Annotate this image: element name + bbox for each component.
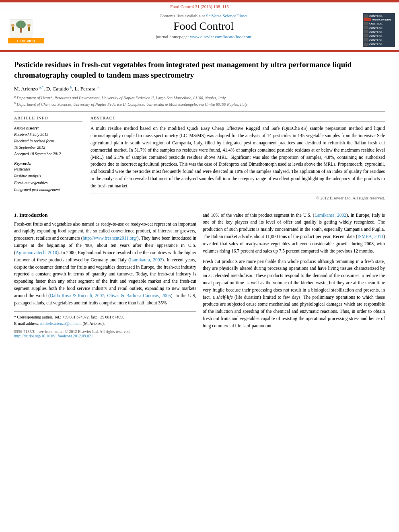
author-2: D. Cataldo b (46, 86, 72, 92)
issn-text: 0956-7135/$ – see front matter © 2012 El… (14, 329, 196, 334)
keywords-label: Keywords: (14, 161, 82, 166)
affiliation-b: b Department of Chemical Sciences, Unive… (14, 101, 385, 107)
affiliations: a Department of Hearth, Resources and En… (14, 94, 385, 108)
control-row-1: CONTROL (364, 14, 394, 18)
keyword-1: Pesticides (14, 166, 82, 173)
keyword-2: Residue analysis (14, 173, 82, 179)
keywords-list: Pesticides Residue analysis Fresh-cut ve… (14, 166, 82, 193)
page-wrapper: Food Control 31 (2013) 108–115 ELSEVIER (0, 0, 399, 532)
body-two-col: 1. Introduction Fresh-cut fruits and veg… (14, 207, 385, 339)
article-content: Pesticide residues in fresh-cut vegetabl… (0, 52, 399, 342)
sciverse-link[interactable]: SciVerse ScienceDirect (206, 13, 247, 18)
footnote-email: E-mail address: michele.arienzo@unina.it… (14, 320, 196, 327)
journal-info-bar: Food Control 31 (2013) 108–115 (0, 2, 399, 10)
freshcut-link[interactable]: http://www.freshcut2011.org/ (82, 236, 137, 240)
ismea-ref: ISMEA, 2011 (358, 234, 383, 239)
svg-rect-2 (20, 28, 22, 33)
history-label: Article history: (14, 125, 82, 131)
svg-point-5 (27, 24, 31, 27)
contents-line: Contents lists available at SciVerse Sci… (52, 13, 355, 18)
dallarosa-ref: Dalla Rosa & Rocculi, 2007 (50, 293, 104, 298)
intro-paragraph-1: Fresh-cut fruits and vegetables also nam… (14, 221, 196, 307)
control-row-3: CONTROL (364, 22, 394, 25)
homepage-link[interactable]: www.elsevier.com/locate/foodcont (190, 34, 251, 39)
agroinnovatech-ref: Agroinnovatech, 2010 (16, 250, 57, 255)
email-link[interactable]: michele.arienzo@unina.it (40, 321, 82, 326)
elsevier-logo-area: ELSEVIER (4, 13, 48, 47)
body-col-right: and 10% of the value of this product seg… (203, 212, 385, 339)
elsevier-logo-svg: ELSEVIER (8, 17, 44, 43)
svg-rect-6 (28, 27, 30, 31)
abstract-label: ABSTRACT (90, 116, 385, 122)
article-info-col: ARTICLE INFO Article history: Received 5… (14, 116, 82, 200)
journal-title: Food Control (52, 20, 355, 33)
author-3: L. Ferrara b (74, 86, 99, 92)
right-para-2: Fresh-cut products are more perishable t… (203, 258, 385, 330)
svg-point-1 (16, 21, 26, 29)
article-history: Article history: Received 5 July 2012 Re… (14, 125, 82, 157)
control-pattern-box: CONTROL FOOD CONTROL CONTROL CONTROL CON… (363, 13, 395, 47)
svg-text:ELSEVIER: ELSEVIER (17, 39, 35, 43)
olivas-ref: Olivas & Barbosa-Cánovas, 2005 (107, 293, 171, 298)
control-row-7: CONTROL (364, 38, 394, 42)
control-row-8: CONTROL (364, 42, 394, 46)
doi-link[interactable]: http://dx.doi.org/10.1016/j.foodcont.201… (14, 334, 93, 338)
keywords-section: Keywords: Pesticides Residue analysis Fr… (14, 161, 82, 193)
article-title: Pesticide residues in fresh-cut vegetabl… (14, 60, 385, 80)
received-date: Received 5 July 2012 (14, 131, 82, 138)
control-row-6: CONTROL (364, 34, 394, 38)
affiliation-a: a Department of Hearth, Resources and En… (14, 94, 385, 101)
body-col-left: 1. Introduction Fresh-cut fruits and veg… (14, 212, 196, 339)
doi-link-line: http://dx.doi.org/10.1016/j.foodcont.201… (14, 334, 196, 338)
header-center: Contents lists available at SciVerse Sci… (48, 13, 359, 47)
svg-rect-4 (12, 27, 14, 31)
control-row-4: CONTROL (364, 26, 394, 30)
journal-citation: Food Control 31 (2013) 108–115 (170, 4, 229, 9)
homepage-line: journal homepage: www.elsevier.com/locat… (52, 34, 355, 39)
control-row-5: CONTROL (364, 30, 394, 34)
footnote-corresponding: * Corresponding author. Tel.: +39 081 67… (14, 314, 196, 320)
lamikanra-ref-2: Lamikanra, 2002 (315, 213, 346, 218)
abstract-col: ABSTRACT A multi residue method based on… (90, 116, 385, 200)
author-1-sup: a,* (39, 85, 43, 89)
svg-point-3 (11, 24, 14, 27)
copyright-line: © 2012 Elsevier Ltd. All rights reserved… (90, 193, 385, 200)
header-area: ELSEVIER Contents lists available at Sci… (0, 10, 399, 51)
authors-line: M. Arienzo a,*, D. Cataldo b, L. Ferrara… (14, 85, 385, 92)
author-3-sup: b (97, 85, 99, 89)
control-row-2: FOOD CONTROL (364, 18, 394, 21)
header-right: CONTROL FOOD CONTROL CONTROL CONTROL CON… (359, 13, 395, 47)
author-1: M. Arienzo a,* (14, 86, 43, 92)
article-info-label: ARTICLE INFO (14, 116, 82, 122)
abstract-text: A multi residue method based on the modi… (90, 125, 385, 189)
right-para-1: and 10% of the value of this product seg… (203, 212, 385, 255)
received-revised: Received in revised form10 September 201… (14, 138, 82, 151)
lamikanra-ref-1: Lamikanra, 2002 (130, 257, 162, 262)
keyword-3: Fresh-cut vegetables (14, 179, 82, 186)
accepted-date: Accepted 18 September 2012 (14, 151, 82, 157)
keyword-4: Integrated pest management (14, 186, 82, 193)
section-1-heading: 1. Introduction (14, 212, 196, 218)
article-meta-section: ARTICLE INFO Article history: Received 5… (14, 111, 385, 200)
issn-line: 0956-7135/$ – see front matter © 2012 El… (14, 329, 196, 338)
author-2-sup: b (70, 85, 72, 89)
footnote-area: * Corresponding author. Tel.: +39 081 67… (14, 311, 196, 327)
